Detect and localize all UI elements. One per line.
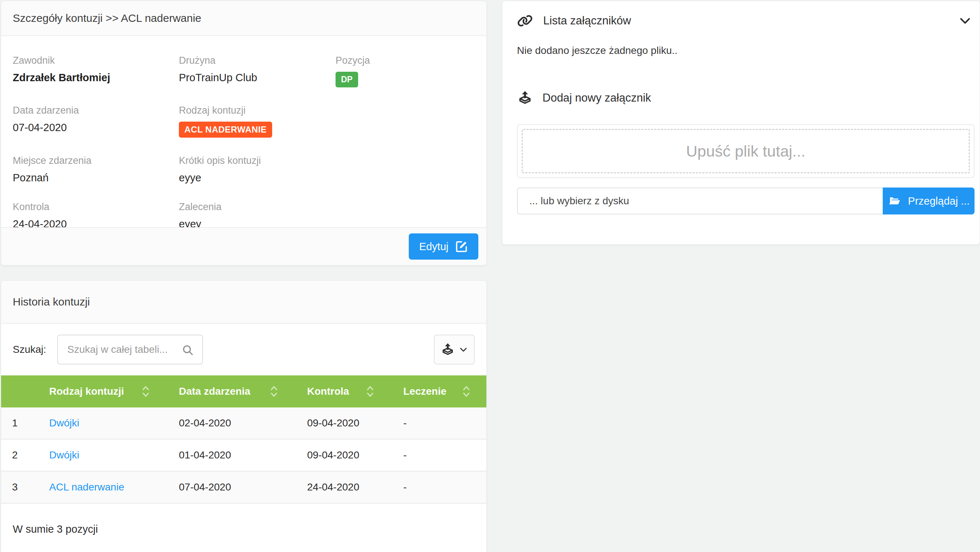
table-header-control[interactable]: Kontrola [307,385,403,398]
row-treatment: - [403,481,486,493]
attachments-empty-text: Nie dodano jeszcze żadnego pliku.. [517,45,980,56]
row-control-date: 09-04-2020 [307,449,403,461]
field-event-place: Miejsce zdarzenia Poznań [13,155,179,184]
table-header-event-date[interactable]: Data zdarzenia [179,385,307,398]
row-event-date: 02-04-2020 [179,417,307,429]
field-control-date: Kontrola 24-04-2020 [13,201,179,230]
field-label: Data zdarzenia [13,105,179,116]
attachments-title: Lista załączników [543,14,959,27]
team-name: ProTrainUp Club [179,72,336,84]
table-header-row: Rodzaj kontuzji Data zdarzenia Kontrola [1,375,486,408]
history-toolbar: Szukaj: [1,324,486,375]
table-summary: W sumie 3 pozycji [1,504,486,552]
file-picker-text[interactable]: ... lub wybierz z dysku [517,187,883,214]
row-treatment: - [403,449,486,461]
row-index: 1 [1,417,49,429]
event-place: Poznań [13,172,179,184]
injury-details-header: Szczegóły kontuzji >> ACL naderwanie [1,1,486,36]
field-injury-type: Rodzaj kontuzji ACL NADERWANIE [179,105,336,138]
table-body: 1 Dwójki 02-04-2020 09-04-2020 - 2 Dwójk… [1,408,486,504]
column-label: Data zdarzenia [179,385,250,397]
table-header-treatment[interactable]: Leczenie [403,385,486,398]
injury-details-footer: Edytuj [1,227,486,265]
table-row: 3 ACL naderwanie 07-04-2020 24-04-2020 - [1,471,486,504]
injury-type-link[interactable]: Dwójki [49,417,179,429]
table-header-injury-type[interactable]: Rodzaj kontuzji [49,385,179,398]
attachments-header: Lista załączników [503,1,980,27]
search-icon [182,344,194,357]
add-attachment-header: Dodaj nowy załącznik [517,90,980,106]
field-position: Pozycja DP [336,55,475,87]
column-label: Kontrola [307,385,349,397]
player-name: Zdrzałek Bartłomiej [13,72,179,84]
edit-icon [455,240,468,253]
position-badge: DP [336,72,358,87]
row-event-date: 07-04-2020 [179,481,307,493]
row-control-date: 09-04-2020 [307,417,403,429]
link-icon [517,14,533,27]
sort-icon [366,385,374,398]
attachments-card: Lista załączników Nie dodano jeszcze żad… [502,1,980,245]
edit-button-label: Edytuj [419,241,449,253]
injury-type-link[interactable]: Dwójki [49,449,179,461]
sort-icon [270,385,278,398]
upload-icon [517,90,533,106]
field-team: Drużyna ProTrainUp Club [179,55,336,87]
field-label: Zalecenia [179,201,336,213]
dropzone-text: Upuść plik tutaj... [686,142,805,160]
injury-details-body: Zawodnik Zdrzałek Bartłomiej Drużyna Pro… [1,36,486,247]
file-dropzone[interactable]: Upuść plik tutaj... [517,124,975,178]
table-row: 2 Dwójki 01-04-2020 09-04-2020 - [1,439,486,471]
history-title: Historia kontuzji [13,296,90,308]
row-treatment: - [403,417,486,429]
field-short-description: Krótki opis kontuzji eyye [179,155,336,184]
field-label: Drużyna [179,55,336,66]
field-label: Krótki opis kontuzji [179,155,336,167]
field-player: Zawodnik Zdrzałek Bartłomiej [13,55,179,87]
field-label: Miejsce zdarzenia [13,155,179,167]
column-label: Leczenie [403,385,446,397]
browse-button[interactable]: Przeglądaj ... [883,187,975,214]
sort-icon [142,385,150,398]
field-label: Rodzaj kontuzji [179,105,336,116]
sort-icon [462,385,470,398]
collapse-chevron-icon[interactable] [959,14,972,27]
edit-button[interactable]: Edytuj [409,233,478,260]
search-label: Szukaj: [13,344,46,355]
search-input[interactable] [58,335,202,364]
field-label: Pozycja [336,55,475,66]
export-button[interactable] [434,335,475,365]
field-label: Kontrola [13,201,179,213]
column-label: Rodzaj kontuzji [49,385,124,397]
search-box [57,335,203,365]
injury-history-card: Historia kontuzji Szukaj: [1,280,487,552]
row-event-date: 01-04-2020 [179,449,307,461]
file-picker-group: ... lub wybierz z dysku Przeglądaj ... [517,187,975,214]
injury-history-header: Historia kontuzji [1,281,486,324]
export-icon [441,342,455,357]
browse-button-label: Przeglądaj ... [908,195,969,207]
field-event-date: Data zdarzenia 07-04-2020 [13,105,179,138]
chevron-down-icon [459,345,468,354]
field-label: Zawodnik [13,55,179,66]
row-index: 2 [1,449,49,461]
short-description: eyye [179,172,336,184]
add-attachment-title: Dodaj nowy załącznik [542,91,651,105]
folder-open-icon [888,195,901,207]
injury-details-card: Szczegóły kontuzji >> ACL naderwanie Zaw… [1,1,487,265]
row-index: 3 [1,481,49,493]
row-control-date: 24-04-2020 [307,481,403,493]
event-date: 07-04-2020 [13,122,179,134]
table-row: 1 Dwójki 02-04-2020 09-04-2020 - [1,408,486,439]
injury-type-badge: ACL NADERWANIE [179,122,272,138]
injury-type-link[interactable]: ACL naderwanie [49,481,179,493]
page-title: Szczegóły kontuzji >> ACL naderwanie [13,12,202,24]
field-recommendations: Zalecenia eyey [179,201,336,230]
